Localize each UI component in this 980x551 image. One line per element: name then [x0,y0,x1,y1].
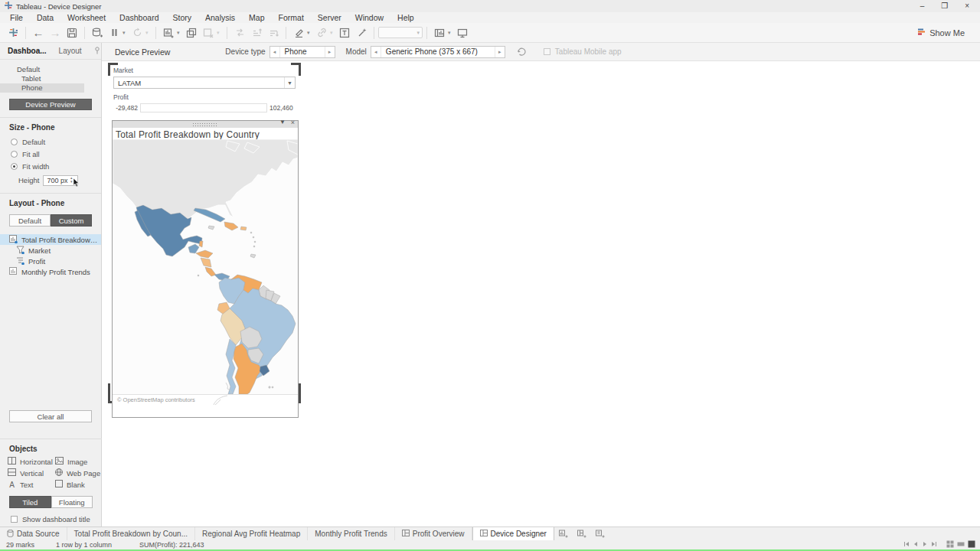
device-item-tablet[interactable]: Tablet [0,74,101,83]
zone-drag-handle[interactable]: ▼ × [113,121,298,128]
previous-sheet-icon[interactable] [913,541,919,549]
object-image[interactable]: Image [55,457,101,466]
highlight-icon[interactable] [290,25,307,41]
tree-item-profit-legend[interactable]: Profit [0,256,101,266]
object-text[interactable]: A Text [8,480,55,489]
object-vertical[interactable]: Vertical [8,468,55,478]
hyperlink-caret-icon[interactable]: ▾ [330,30,336,36]
menu-item-dashboard[interactable]: Dashboard [113,13,165,22]
pause-updates-icon[interactable] [106,25,122,41]
dropdown-caret-icon[interactable]: ▼ [284,77,295,88]
add-data-source-icon[interactable] [89,25,106,41]
device-item-default[interactable]: Default [0,65,101,74]
filmstrip-view-icon[interactable] [957,540,965,549]
zone-close-icon[interactable]: × [291,119,295,126]
size-option-fit-all[interactable]: Fit all [0,148,101,160]
tab-layout[interactable]: Layout [59,47,82,55]
new-worksheet-tab-button[interactable] [554,527,573,540]
map-zone-container[interactable]: ▼ × Total Profit Breakdown by Country [112,120,299,418]
menu-item-window[interactable]: Window [348,13,390,22]
maximize-button[interactable]: ❐ [941,1,948,11]
show-hide-cards-caret-icon[interactable]: ▾ [448,30,454,36]
menu-item-help[interactable]: Help [390,13,421,22]
close-button[interactable]: × [965,1,969,11]
object-web-page[interactable]: Web Page [55,468,101,478]
device-item-phone[interactable]: Phone [0,83,84,93]
device-preview-button[interactable]: Device Preview [9,99,92,110]
menu-item-format[interactable]: Format [272,13,311,22]
sort-ascending-icon[interactable] [248,25,265,41]
next-sheet-icon[interactable] [922,541,928,549]
market-filter-dropdown[interactable]: LATAM ▼ [113,77,296,89]
model-value[interactable]: Generic Phone (375 x 667) [381,47,495,57]
latam-profit-map[interactable] [113,139,298,394]
rotate-device-icon[interactable] [516,46,527,57]
highlight-caret-icon[interactable]: ▾ [307,30,313,36]
presentation-mode-icon[interactable] [454,25,471,41]
tree-item-monthly-trends[interactable]: Monthly Profit Trends [0,266,101,277]
toolbar-logo-icon[interactable] [5,25,21,41]
tree-item-market-filter[interactable]: Market [0,245,101,256]
tab-total-profit-breakdown[interactable]: Total Profit Breakdown by Coun... [67,527,195,540]
menu-item-data[interactable]: Data [30,13,60,22]
show-tabs-view-icon[interactable] [946,540,954,549]
first-sheet-icon[interactable] [903,541,910,549]
undo-icon[interactable]: ← [30,25,47,41]
radio-selected-icon[interactable] [11,163,18,170]
tree-item-total-profit[interactable]: Total Profit Breakdown b... [0,234,101,245]
save-icon[interactable] [64,25,80,41]
clear-all-button[interactable]: Clear all [9,410,92,422]
stepper-next-icon[interactable]: ▸ [495,49,505,55]
menu-item-file[interactable]: File [3,13,30,22]
new-dashboard-tab-button[interactable] [573,527,591,540]
redo-icon[interactable]: → [47,25,64,41]
sort-descending-icon[interactable] [265,25,282,41]
menu-item-map[interactable]: Map [242,13,271,22]
label-marks-icon[interactable] [336,25,353,41]
pause-updates-caret-icon[interactable]: ▾ [122,30,129,36]
minimize-button[interactable]: – [920,1,925,11]
tab-profit-overview[interactable]: Profit Overview [395,527,472,540]
grip-dots-icon[interactable] [192,122,218,126]
tab-monthly-profit-trends[interactable]: Monthly Profit Trends [308,527,394,540]
tab-regional-avg-profit-heatmap[interactable]: Regional Avg Profit Heatmap [195,527,308,540]
new-story-tab-button[interactable] [591,527,609,540]
object-horizontal[interactable]: Horizontal [8,457,55,466]
new-worksheet-icon[interactable] [160,25,177,41]
tiled-button[interactable]: Tiled [9,496,51,508]
stepper-prev-icon[interactable]: ◂ [270,49,279,55]
country-puerto-rico[interactable] [240,227,247,230]
stepper-next-icon[interactable]: ▸ [325,49,335,55]
layout-custom-button[interactable]: Custom [51,214,92,227]
radio-icon[interactable] [11,151,18,158]
clear-sheet-caret-icon[interactable]: ▾ [217,30,223,36]
checkbox-icon[interactable] [11,516,18,523]
format-wand-icon[interactable] [353,25,370,41]
tab-device-designer[interactable]: Device Designer [472,527,554,540]
show-dashboard-title-row[interactable]: Show dashboard title [0,515,102,523]
menu-item-analysis[interactable]: Analysis [198,13,242,22]
size-option-fit-width[interactable]: Fit width [0,160,101,172]
single-sheet-view-icon[interactable] [968,540,975,549]
tableau-mobile-checkbox[interactable] [544,48,550,55]
menu-item-worksheet[interactable]: Worksheet [60,13,113,22]
clear-sheet-icon[interactable] [200,25,217,41]
show-hide-cards-icon[interactable] [431,25,448,41]
swap-axes-icon[interactable] [231,25,248,41]
hyperlink-icon[interactable] [313,25,330,41]
zone-menu-caret-icon[interactable]: ▼ [279,119,286,126]
last-sheet-icon[interactable] [931,541,937,549]
tab-data-source[interactable]: Data Source [0,527,67,540]
tab-dashboard[interactable]: Dashboa... [8,47,47,55]
refresh-caret-icon[interactable]: ▾ [145,30,152,36]
menu-item-story[interactable]: Story [165,13,198,22]
stepper-prev-icon[interactable]: ◂ [371,49,381,55]
refresh-icon[interactable] [129,25,145,41]
radio-icon[interactable] [11,139,18,145]
duplicate-sheet-icon[interactable] [183,25,200,41]
layout-default-button[interactable]: Default [9,214,51,227]
object-blank[interactable]: Blank [55,480,101,489]
fit-selector[interactable]: ▾ [378,27,423,38]
show-me-button[interactable]: Show Me [917,28,975,37]
new-worksheet-caret-icon[interactable]: ▾ [177,30,183,36]
